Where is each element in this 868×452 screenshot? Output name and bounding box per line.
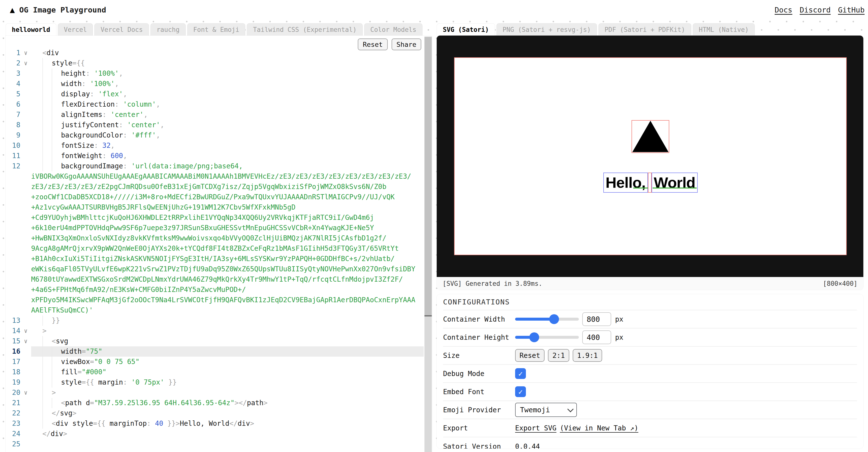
tab-tailwind-css-experimental[interactable]: Tailwind CSS (Experimental) <box>247 23 363 35</box>
editor-scrollbar-track[interactable] <box>425 36 432 452</box>
code-token: : <box>123 161 131 171</box>
code-token: +6k10erU4mdPPTOVHdqPww9SF6p7uepe3z97JRSu… <box>31 223 374 233</box>
emoji-provider-select[interactable]: Twemoji <box>515 403 577 417</box>
link-export-svg[interactable]: Export SVG <box>515 424 557 432</box>
tab-font-emoji[interactable]: Font & Emoji <box>187 23 246 35</box>
gutter: 5 <box>6 89 31 99</box>
tab-color-models[interactable]: Color Models <box>364 23 423 35</box>
fold-chevron-empty <box>20 79 31 89</box>
fold-chevron-icon[interactable]: ∨ <box>20 388 31 398</box>
preview-viewport: Hello, World <box>437 35 863 277</box>
header-link-discord[interactable]: Discord <box>800 6 831 14</box>
code-token: = <box>78 367 82 377</box>
size-button-2-1[interactable]: 2:1 <box>548 349 569 362</box>
configurations-title: CONFIGURATIONS <box>443 294 857 310</box>
select-value: Twemoji <box>520 406 550 414</box>
code-token: : <box>123 377 131 388</box>
debug-mode-checkbox[interactable]: ✓ <box>515 368 526 379</box>
code-line: style={{ <box>31 58 424 68</box>
header-link-docs[interactable]: Docs <box>775 6 792 14</box>
code-token: , <box>119 68 123 79</box>
code-token: 'column' <box>123 99 156 110</box>
container-width-input[interactable] <box>582 312 611 326</box>
header-link-github[interactable]: GitHub <box>838 6 865 14</box>
line-number: 24 <box>6 429 20 439</box>
code-row: 19style={{ margin: '0 75px' }} <box>6 377 424 388</box>
code-token: +4a6S+FPHtMq6fmA92/nE3KsW+CMFG0biIZnP4Y5… <box>31 284 246 295</box>
code-token: path <box>247 398 264 408</box>
tab-pdf-satori-pdfkit[interactable]: PDF (Satori + PDFKit) <box>598 23 691 35</box>
code-editor[interactable]: 1∨<div2∨style={{3height: '100%',4width: … <box>6 35 424 449</box>
code-line: <svg <box>31 336 424 346</box>
line-number: 22 <box>6 408 20 418</box>
tab-html-native[interactable]: HTML (Native) <box>693 23 755 35</box>
code-token: div <box>56 418 68 429</box>
tab-vercel-docs[interactable]: Vercel Docs <box>94 23 149 35</box>
code-row-wrapped: AAElFTkSuQmCC)' <box>6 305 424 315</box>
code-row: 12backgroundImage: 'url(data:image/png;b… <box>6 161 424 171</box>
line-number: 20 <box>6 388 20 398</box>
indent-guide <box>42 130 52 141</box>
container-height-input[interactable] <box>582 330 611 344</box>
size-button-reset[interactable]: Reset <box>515 349 545 362</box>
size-button-1-9-1[interactable]: 1.9:1 <box>573 349 602 362</box>
fold-chevron-icon[interactable]: ∨ <box>20 58 31 68</box>
code-token: : <box>119 120 127 130</box>
code-line: <path d="M37.59.25l36.95 64H.64l36.95-64… <box>31 398 424 408</box>
tab-svg-satori[interactable]: SVG (Satori) <box>437 23 495 35</box>
container-height-slider[interactable] <box>515 333 579 341</box>
code-row-wrapped: +4a6S+FPHtMq6fmA92/nE3KsW+CMFG0biIZnP4Y5… <box>6 284 424 295</box>
code-row: 15∨<svg <box>6 336 424 346</box>
code-token: +zooCWf1CDaDB5XCD18+/////i3M+8ro+MdECfi2… <box>31 192 395 202</box>
fold-chevron-empty <box>20 68 31 79</box>
fold-chevron-icon[interactable]: ∨ <box>20 336 31 346</box>
code-token: path <box>65 398 82 408</box>
tab-vercel[interactable]: Vercel <box>58 23 93 35</box>
code-token: : <box>94 141 102 151</box>
code-line: height: '100%', <box>31 68 424 79</box>
code-token: width <box>61 79 82 89</box>
code-token: : <box>115 99 123 110</box>
fold-chevron-icon[interactable]: ∨ <box>20 326 31 336</box>
indent-guide <box>42 418 52 429</box>
tab-helloworld[interactable]: helloworld <box>6 23 56 35</box>
slider-thumb[interactable] <box>529 332 539 342</box>
code-line: +Az1vcyGwAAAJTSURBVHgB5JRFlsQwEENjUhzG+1… <box>31 202 424 213</box>
code-token: "0 0 75 65" <box>94 357 140 367</box>
code-line: fontSize: 32, <box>31 141 424 151</box>
slider-thumb[interactable] <box>549 314 559 324</box>
indent-guide <box>42 388 52 398</box>
config-control: 0.0.44 <box>515 443 540 449</box>
reset-button[interactable]: Reset <box>358 38 388 50</box>
code-line: xPFDyo5M4IKSwcWPFAqM3jGf2oOOcT9Na4LrSVWC… <box>31 295 424 305</box>
embed-font-checkbox[interactable]: ✓ <box>515 386 526 397</box>
fold-chevron-empty <box>20 408 31 418</box>
tab-png-satori-resvg-js[interactable]: PNG (Satori + resvg-js) <box>496 23 597 35</box>
code-row: 4width: '100%', <box>6 79 424 89</box>
code-line: zE3/zE3/zE3/zE3/zE2pgCJmRQDsu0OfeB31xEjG… <box>31 182 424 192</box>
fold-chevron-empty <box>20 120 31 130</box>
code-line: eWKis6qaFl05TVyULvfE6wpK221vSrwZ1PVzTDjf… <box>31 264 424 274</box>
code-token: '#fff' <box>131 130 156 141</box>
code-token: iVBORw0KGgoAAAANSUhEUgAAAEgAAABICAMAAABi… <box>31 171 411 182</box>
gutter: 25 <box>6 439 31 449</box>
fold-chevron-empty <box>20 130 31 141</box>
code-token: +HwBNIX3qXmOnxloSvNXIdyz8vkKVfmtksM9wwWo… <box>31 233 386 243</box>
code-token: backgroundColor <box>61 130 123 141</box>
gutter: 20∨ <box>6 388 31 398</box>
indent-guide <box>42 408 52 418</box>
config-control: Twemoji <box>515 403 577 417</box>
debug-text-row: Hello, World <box>603 173 698 193</box>
editor-scrollbar-thumb[interactable] <box>425 37 432 317</box>
container-width-slider[interactable] <box>515 315 579 323</box>
fold-chevron-icon[interactable]: ∨ <box>20 48 31 58</box>
code-row: 10fontSize: 32, <box>6 141 424 151</box>
tab-rauchg[interactable]: rauchg <box>151 23 186 35</box>
link-0-0-44[interactable]: 0.0.44 <box>515 443 540 449</box>
share-button[interactable]: Share <box>392 38 421 50</box>
code-row: 16width="75" <box>6 346 424 357</box>
link-view-in-new-tab[interactable]: (View in New Tab ↗) <box>560 424 639 432</box>
code-token: ={{ <box>72 58 85 68</box>
baseline-indicator <box>633 187 648 188</box>
config-control: Export SVG(View in New Tab ↗) <box>515 424 639 432</box>
